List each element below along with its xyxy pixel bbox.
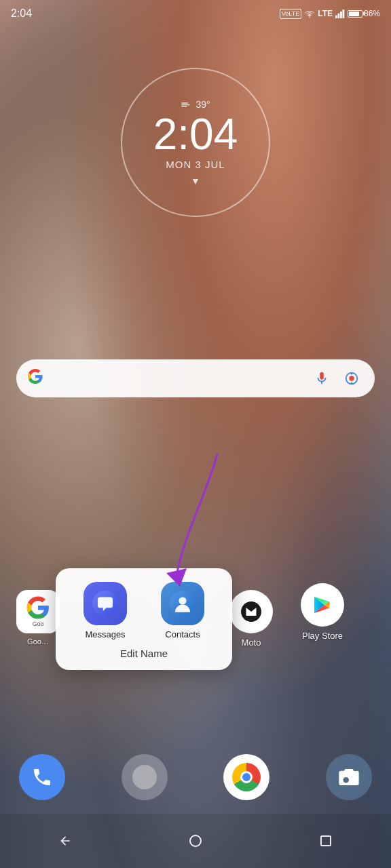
motorola-icon-svg (239, 599, 263, 624)
clock-widget[interactable]: 39° 2:04 MON 3 JUL ▼ (121, 68, 270, 217)
status-bar: 2:04 VoLTE LTE 86% (0, 0, 391, 27)
google-lens-icon[interactable] (339, 366, 364, 391)
google-app-label: Goo… (27, 637, 49, 646)
home-button[interactable] (175, 827, 216, 854)
signal-icon (335, 9, 345, 18)
lte-label: LTE (318, 9, 333, 18)
google-icon-svg (26, 595, 50, 620)
google-g-icon (27, 368, 43, 384)
chevron-down-icon: ▼ (191, 176, 200, 186)
camera-dock-item[interactable] (326, 754, 372, 800)
chrome-dock-item[interactable] (223, 754, 269, 800)
clock-date: MON 3 JUL (166, 159, 225, 170)
svg-rect-3 (340, 12, 342, 18)
messages-label: Messages (85, 629, 125, 639)
svg-rect-11 (351, 382, 352, 384)
contacts-app-icon (161, 582, 204, 625)
playstore-icon (301, 583, 344, 627)
playstore-icon-svg (310, 593, 335, 617)
assistant-icon (132, 765, 157, 789)
search-bar[interactable] (16, 359, 375, 397)
recents-button[interactable] (305, 827, 346, 854)
playstore-label: Play Store (302, 631, 343, 641)
recents-icon (320, 835, 331, 846)
clock-circle: 39° 2:04 MON 3 JUL ▼ (121, 68, 270, 217)
messages-icon-svg (92, 591, 118, 616)
moto-partial-app[interactable]: Moto (224, 590, 278, 648)
folder-popup: Messages Contacts Edit Nam (56, 568, 232, 670)
messages-app-item[interactable]: Messages (83, 582, 127, 639)
wifi-icon (304, 9, 315, 18)
nav-bar (0, 814, 391, 868)
google-partial-icon: Goo (16, 590, 60, 633)
temperature: 39° (196, 99, 210, 110)
phone-dock-item[interactable] (19, 754, 65, 800)
microphone-icon[interactable] (310, 366, 334, 391)
folder-edit-name[interactable]: Edit Name (67, 648, 221, 659)
camera-icon (338, 766, 360, 788)
back-icon (58, 834, 72, 848)
battery-indicator: 86% (348, 9, 380, 18)
moto-icon (229, 590, 273, 633)
svg-rect-10 (351, 373, 352, 375)
wind-icon (181, 100, 191, 108)
svg-rect-4 (342, 9, 344, 18)
home-icon (189, 835, 202, 847)
chrome-icon (232, 763, 261, 791)
svg-rect-1 (335, 15, 337, 18)
volte-icon: VoLTE (280, 9, 301, 19)
lens-svg (344, 371, 359, 386)
status-time: 2:04 (11, 7, 32, 20)
back-button[interactable] (45, 827, 86, 854)
contacts-icon-svg (170, 591, 196, 616)
google-logo (27, 368, 43, 389)
assistant-dock-item[interactable] (122, 754, 168, 800)
status-icons: VoLTE LTE 86% (280, 9, 380, 19)
playstore-app[interactable]: Play Store (292, 583, 353, 641)
svg-point-9 (349, 376, 354, 380)
svg-point-0 (309, 16, 310, 18)
moto-app-label: Moto (242, 637, 261, 648)
svg-point-15 (179, 597, 186, 605)
bottom-dock (0, 754, 391, 800)
battery-percent: 86% (364, 9, 380, 18)
svg-rect-2 (337, 13, 339, 18)
contacts-label: Contacts (165, 629, 200, 639)
mic-svg (314, 371, 329, 386)
contacts-app-item[interactable]: Contacts (161, 582, 204, 639)
weather-info: 39° (181, 99, 210, 110)
messages-app-icon (83, 582, 127, 625)
clock-time: 2:04 (153, 113, 238, 156)
phone-icon (31, 766, 53, 788)
battery-icon (348, 10, 362, 18)
folder-apps: Messages Contacts (67, 582, 221, 639)
